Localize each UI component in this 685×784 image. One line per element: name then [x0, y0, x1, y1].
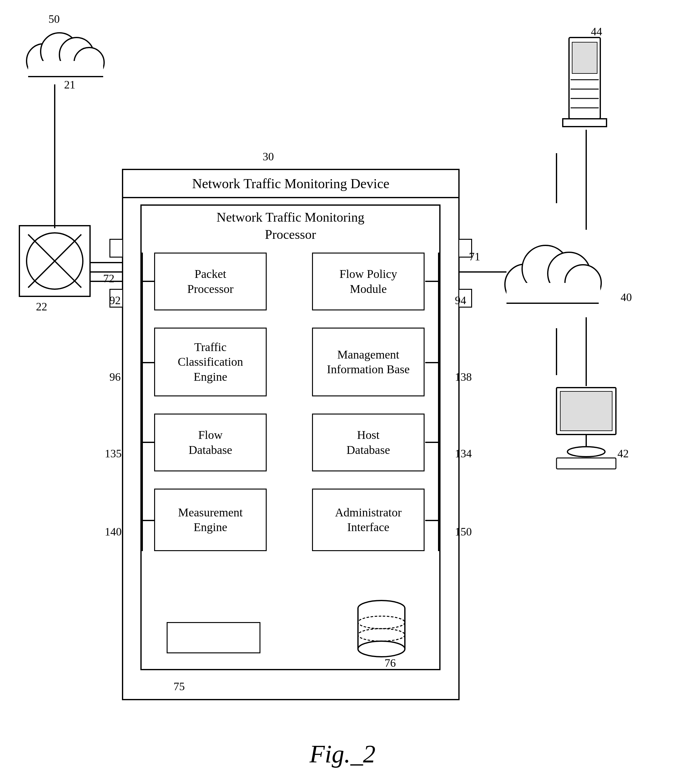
svg-rect-46	[563, 119, 607, 127]
svg-rect-48	[560, 391, 612, 431]
management-info-box: ManagementInformation Base	[312, 328, 425, 396]
label-22: 22	[36, 300, 47, 313]
label-92: 92	[109, 294, 121, 307]
processor-title: Network Traffic MonitoringProcessor	[217, 210, 365, 242]
workstation-icon	[547, 385, 625, 473]
svg-point-31	[358, 641, 405, 657]
network-device	[19, 225, 91, 298]
label-150: 150	[455, 525, 472, 538]
label-138: 138	[455, 370, 472, 383]
label-135: 135	[105, 447, 122, 460]
label-72: 72	[103, 272, 114, 285]
svg-point-50	[567, 447, 605, 457]
label-94: 94	[455, 294, 466, 307]
figure-caption: Fig._2	[280, 740, 405, 768]
device-title: Network Traffic Monitoring Device	[192, 176, 390, 192]
label-140: 140	[105, 525, 122, 538]
device-box: Network Traffic Monitoring Device Networ…	[122, 169, 459, 700]
internet-cloud-right	[497, 228, 607, 316]
label-44: 44	[591, 25, 602, 38]
packet-processor-box: PacketProcessor	[154, 253, 267, 310]
svg-rect-51	[557, 458, 616, 469]
database-cylinder	[355, 599, 408, 663]
server-icon	[560, 31, 610, 133]
label-96: 96	[109, 370, 121, 383]
label-30: 30	[263, 150, 274, 163]
label-42: 42	[617, 447, 629, 460]
flow-database-box: FlowDatabase	[154, 414, 267, 471]
label-40: 40	[621, 291, 632, 304]
svg-rect-41	[572, 42, 597, 73]
label-75: 75	[174, 680, 185, 693]
label-71: 71	[469, 250, 480, 263]
diagram: 50 21 22 Network Traffic Monitoring Devi…	[0, 0, 685, 784]
label-76: 76	[385, 656, 396, 670]
left-connector-top	[109, 239, 123, 258]
processor-box: Network Traffic MonitoringProcessor Pack…	[140, 205, 440, 670]
host-database-box: HostDatabase	[312, 414, 425, 471]
label-21: 21	[64, 78, 75, 91]
label-134: 134	[455, 447, 472, 460]
flow-policy-box: Flow PolicyModule	[312, 253, 425, 310]
administrator-interface-box: AdministratorInterface	[312, 489, 425, 551]
label-50: 50	[49, 13, 60, 26]
measurement-engine-box: MeasurementEngine	[154, 489, 267, 551]
traffic-classification-box: TrafficClassificationEngine	[154, 328, 267, 396]
internet-cloud-top	[19, 17, 112, 86]
